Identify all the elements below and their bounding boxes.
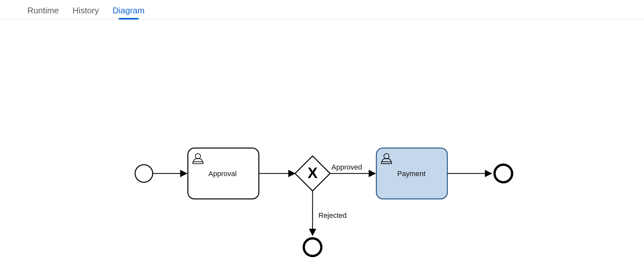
end-event-rejected[interactable] xyxy=(303,238,322,256)
tab-diagram[interactable]: Diagram xyxy=(113,6,145,19)
tab-runtime[interactable]: Runtime xyxy=(27,6,59,19)
tab-bar: Runtime History Diagram xyxy=(0,0,644,20)
user-icon xyxy=(381,152,392,164)
user-icon xyxy=(192,152,204,164)
diagram-svg: X xyxy=(0,20,644,270)
tab-history[interactable]: History xyxy=(73,6,99,19)
diagram-canvas[interactable]: X Approval Payment Approved Rejected xyxy=(0,20,644,270)
end-event[interactable] xyxy=(494,164,512,183)
start-event[interactable] xyxy=(135,164,153,183)
exclusive-gateway[interactable] xyxy=(296,157,329,190)
